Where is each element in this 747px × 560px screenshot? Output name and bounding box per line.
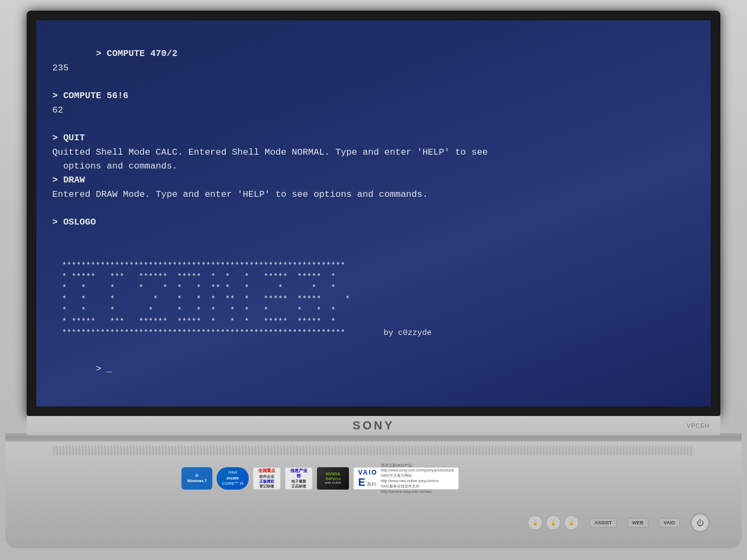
sony-brand-label: SONY (353, 419, 394, 433)
assist-button[interactable]: ASSIST (590, 518, 617, 527)
lock-icons: 🔒 🔒 🔒 (528, 515, 579, 530)
sony-logo-bar: SONY VPCEH (27, 416, 720, 435)
line-compute1: > COMPUTE 470/2 235 > COMPUTE 56!6 62 > … (52, 49, 488, 227)
windows-label: Windows 7 (187, 479, 207, 483)
vaio-e-sticker: VAIO E 系列 登录注册VAIO产品 http://www.sony.com… (353, 467, 459, 490)
power-button[interactable]: ⏻ (690, 513, 710, 532)
speaker-grille (53, 446, 694, 455)
bottom-chassis: ⊞ Windows 7 intel inside CORE™ i5 全国重点 软… (5, 442, 742, 548)
nvidia-sticker: NVIDIA GeForce with CUDA (317, 467, 349, 490)
cert-sticker-2: 信息产业部 电子最新 正品标签 (285, 467, 313, 490)
e-series-label: E (358, 476, 365, 489)
laptop-frame: > COMPUTE 470/2 235 > COMPUTE 56!6 62 > … (0, 0, 747, 560)
stickers-area: ⊞ Windows 7 intel inside CORE™ i5 全国重点 软… (181, 467, 459, 490)
web-button[interactable]: WEB (627, 518, 648, 527)
vaio-info-text: 登录注册VAIO产品 http://www.sony.com.cn/mysony… (381, 463, 454, 494)
model-label: VPCEH (687, 422, 710, 429)
lock-icon-1: 🔒 (528, 515, 543, 530)
vaio-text-label: VAIO (358, 469, 377, 476)
terminal-prompt: > _ (52, 348, 695, 390)
special-buttons-area: 🔒 🔒 🔒 ASSIST WEB VAIO ⏻ (528, 513, 710, 532)
lock-icon-2: 🔒 (546, 515, 561, 530)
intel-sticker: intel inside CORE™ i5 (217, 467, 249, 490)
windows-sticker: ⊞ Windows 7 (181, 467, 212, 490)
terminal-content: > COMPUTE 470/2 235 > COMPUTE 56!6 62 > … (52, 33, 695, 258)
screen: > COMPUTE 470/2 235 > COMPUTE 56!6 62 > … (36, 20, 711, 406)
series-label: 系列 (367, 481, 376, 488)
lock-icon-3: 🔒 (564, 515, 579, 530)
prompt-symbol: > _ (96, 364, 113, 374)
screen-bezel: > COMPUTE 470/2 235 > COMPUTE 56!6 62 > … (27, 11, 720, 416)
ascii-art-display: ****************************************… (52, 260, 695, 339)
vaio-button[interactable]: VAIO (659, 518, 680, 527)
cert-sticker-1: 全国重点 软件企业 正版授权 登记标签 (253, 467, 281, 490)
